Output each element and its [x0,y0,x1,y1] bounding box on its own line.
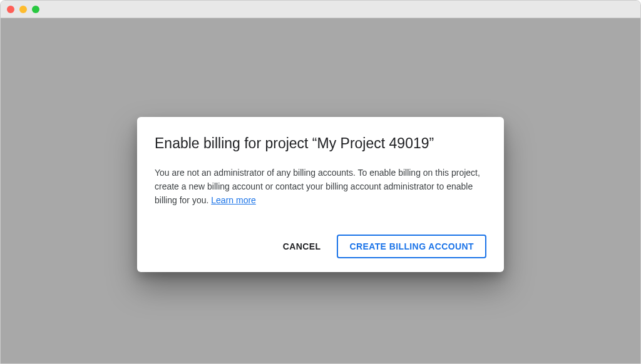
maximize-icon[interactable] [32,6,39,13]
dialog-body: You are not an administrator of any bill… [155,166,486,207]
minimize-icon[interactable] [19,6,27,13]
close-icon[interactable] [7,6,14,13]
content-backdrop: Enable billing for project “My Project 4… [1,18,640,363]
window-titlebar [1,1,640,18]
create-billing-account-button[interactable]: CREATE BILLING ACCOUNT [337,235,486,258]
app-window: Enable billing for project “My Project 4… [0,0,641,364]
learn-more-link[interactable]: Learn more [211,195,256,205]
cancel-button[interactable]: CANCEL [280,236,324,256]
dialog-actions: CANCEL CREATE BILLING ACCOUNT [155,235,486,258]
dialog-title: Enable billing for project “My Project 4… [155,134,486,153]
dialog-body-text: You are not an administrator of any bill… [155,168,480,205]
billing-dialog: Enable billing for project “My Project 4… [137,117,504,273]
